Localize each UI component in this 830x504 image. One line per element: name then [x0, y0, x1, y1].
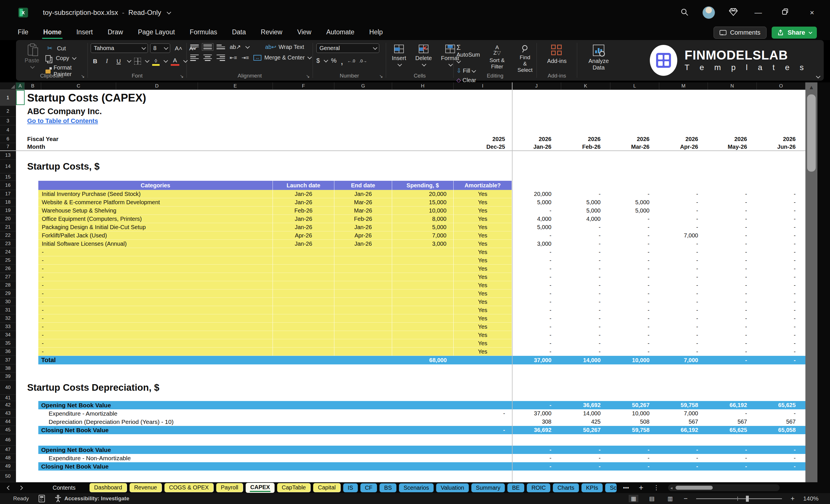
cell-monthly[interactable]: - — [708, 215, 757, 223]
month-value[interactable]: May-26 — [708, 143, 757, 151]
align-center-button[interactable] — [203, 55, 212, 61]
cell-monthly[interactable]: - — [512, 207, 561, 215]
cell-amortizable[interactable]: Yes — [454, 256, 512, 264]
fiscal-year-value[interactable]: 2025 — [454, 135, 512, 143]
cell-monthly[interactable]: 5,000 — [610, 207, 659, 215]
nbv-monthly[interactable]: 36,692 — [561, 401, 610, 409]
month-value[interactable]: Dec-25 — [454, 143, 512, 151]
cell-monthly[interactable]: - — [708, 339, 757, 348]
cell-amortizable[interactable]: Yes — [454, 348, 512, 356]
cell-end-date[interactable] — [334, 323, 392, 331]
cell-amortizable[interactable]: Yes — [454, 215, 512, 223]
menu-tab-insert[interactable]: Insert — [70, 27, 99, 39]
cell-monthly[interactable]: - — [757, 256, 805, 264]
cell-monthly[interactable]: - — [561, 223, 610, 231]
cell-amortizable[interactable]: Yes — [454, 273, 512, 281]
font-color-button[interactable]: A — [171, 56, 179, 66]
cell-monthly[interactable]: - — [659, 306, 708, 314]
cell-monthly[interactable]: - — [561, 323, 610, 331]
cell-category[interactable]: - — [38, 323, 273, 331]
depreciation-monthly[interactable]: 567 — [757, 418, 805, 426]
row-number[interactable]: 6 — [0, 135, 16, 143]
depreciation-monthly[interactable]: - — [659, 454, 708, 462]
page-layout-view-button[interactable]: ▤ — [647, 495, 657, 502]
cell-category[interactable]: - — [38, 264, 273, 273]
comma-format-button[interactable]: , — [341, 59, 343, 62]
cell-monthly[interactable]: - — [708, 323, 757, 331]
nbv-monthly[interactable]: - — [561, 462, 610, 471]
cell-spending[interactable] — [392, 314, 454, 323]
cell-monthly[interactable]: - — [610, 314, 659, 323]
cell-launch-date[interactable] — [273, 289, 334, 298]
menu-tab-draw[interactable]: Draw — [101, 27, 130, 39]
select-all-corner[interactable] — [0, 83, 16, 90]
percent-format-button[interactable]: % — [331, 57, 337, 64]
cell-amortizable[interactable]: Yes — [454, 248, 512, 256]
cell-monthly[interactable]: - — [659, 215, 708, 223]
cell-monthly[interactable]: - — [512, 248, 561, 256]
wrap-text-button[interactable]: ab↩Wrap Text — [265, 43, 304, 50]
cell-monthly[interactable]: - — [659, 298, 708, 306]
nbv-monthly[interactable]: 50,267 — [561, 426, 610, 434]
cell-launch-date[interactable] — [273, 331, 334, 339]
cell-launch-date[interactable] — [273, 256, 334, 264]
cell-monthly[interactable]: - — [757, 306, 805, 314]
restore-button[interactable] — [778, 8, 792, 17]
sheet-tab-scenarios[interactable]: Scenarios — [399, 483, 434, 492]
cell-category[interactable]: Forklift/Pallet Jack (Used) — [38, 231, 273, 240]
cell-amortizable[interactable]: Yes — [454, 264, 512, 273]
cell-end-date[interactable] — [334, 298, 392, 306]
zoom-level[interactable]: 140% — [803, 495, 819, 502]
cell-monthly[interactable]: - — [757, 190, 805, 198]
cell-monthly[interactable]: - — [757, 198, 805, 207]
cell-monthly[interactable]: - — [561, 240, 610, 248]
menu-tab-review[interactable]: Review — [255, 27, 289, 39]
nbv-label[interactable]: Closing Net Book Value — [41, 462, 109, 471]
total-monthly[interactable]: 14,000 — [561, 356, 610, 365]
row-number[interactable]: 16 — [0, 181, 16, 190]
underline-button[interactable]: U — [114, 57, 123, 65]
cell-monthly[interactable]: - — [561, 306, 610, 314]
cell-launch-date[interactable]: Jan-26 — [273, 215, 334, 223]
dialog-launcher-icon[interactable]: ↘ — [306, 73, 310, 79]
cell-monthly[interactable]: - — [610, 190, 659, 198]
cell-monthly[interactable]: - — [659, 198, 708, 207]
cell-monthly[interactable]: - — [659, 331, 708, 339]
cell-category[interactable]: - — [38, 248, 273, 256]
cell-monthly[interactable]: - — [708, 240, 757, 248]
cell-monthly[interactable]: - — [610, 223, 659, 231]
autosum-button[interactable]: Σ AutoSum — [456, 43, 481, 65]
cell-end-date[interactable] — [334, 248, 392, 256]
cell-monthly[interactable]: - — [659, 348, 708, 356]
row-number[interactable]: 49 — [0, 462, 16, 471]
cell-monthly[interactable]: - — [512, 331, 561, 339]
month-value[interactable]: Feb-26 — [561, 143, 610, 151]
sheet-tab-contents[interactable]: Contents — [48, 483, 87, 492]
nbv-monthly[interactable]: - — [512, 401, 561, 409]
cell-monthly[interactable]: - — [757, 314, 805, 323]
cell-monthly[interactable]: - — [561, 339, 610, 348]
row-number[interactable]: 19 — [0, 207, 16, 215]
cell-monthly[interactable]: 4,000 — [561, 215, 610, 223]
total-label[interactable]: Total — [41, 356, 56, 365]
nbv-monthly[interactable]: - — [708, 462, 757, 471]
fill-color-button[interactable]: ⬨ — [152, 56, 159, 66]
cell-monthly[interactable]: - — [659, 273, 708, 281]
fiscal-year-value[interactable]: 2026 — [659, 135, 708, 143]
cell-spending[interactable] — [392, 323, 454, 331]
find-select-button[interactable]: Find & Select — [513, 43, 537, 74]
total-monthly[interactable]: 37,000 — [512, 356, 561, 365]
cut-button[interactable]: ✂Cut — [45, 44, 88, 52]
cell-amortizable[interactable]: Yes — [454, 198, 512, 207]
cell-spending[interactable]: 20,000 — [392, 190, 454, 198]
sheet-tab-bs[interactable]: BS — [380, 483, 396, 492]
depreciation-monthly[interactable]: 425 — [561, 418, 610, 426]
cell-monthly[interactable]: - — [757, 298, 805, 306]
cell-launch-date[interactable] — [273, 281, 334, 289]
depreciation-monthly[interactable]: 10,000 — [610, 409, 659, 418]
cell-launch-date[interactable] — [273, 323, 334, 331]
cell-monthly[interactable]: - — [561, 190, 610, 198]
fiscal-year-value[interactable]: 2026 — [757, 135, 805, 143]
scroll-left-arrow[interactable]: ◂ — [670, 485, 673, 491]
macro-record-icon[interactable] — [39, 495, 45, 502]
